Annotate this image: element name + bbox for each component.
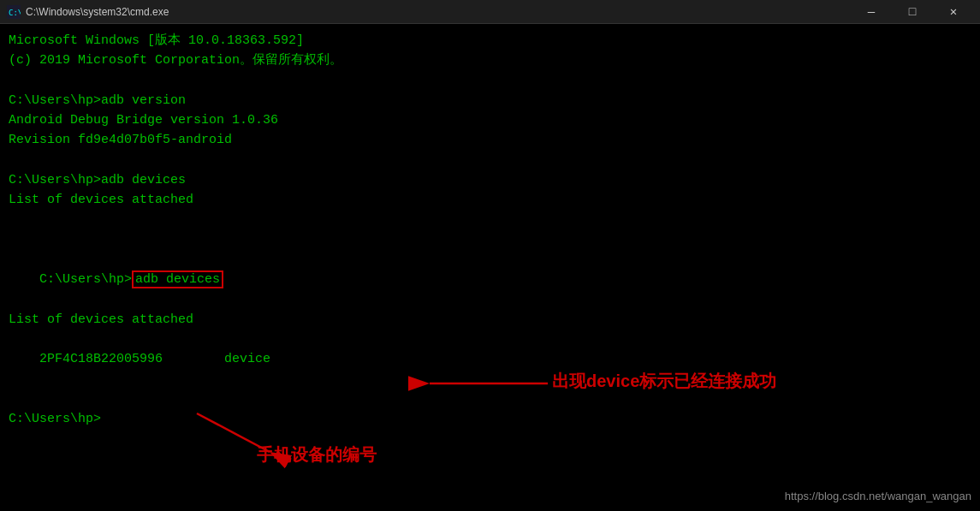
- line-3: [9, 71, 971, 91]
- line-6: Revision fd9e4d07b0f5-android: [9, 130, 971, 150]
- list-devices-line: List of devices attached: [9, 310, 971, 330]
- device-id: 2PF4C18B22005996: [39, 352, 163, 366]
- highlighted-command: adb devices: [132, 270, 223, 288]
- line-10: [9, 210, 971, 229]
- prompt-text: C:\Users\hp>: [39, 272, 132, 287]
- line-11: [9, 230, 971, 250]
- terminal-area: Microsoft Windows [版本 10.0.18363.592] (c…: [0, 24, 980, 511]
- line-blank2: [9, 389, 971, 409]
- line-9: List of devices attached: [9, 190, 971, 210]
- title-bar: C:\ C:\Windows\system32\cmd.exe — □ ✕: [0, 0, 980, 24]
- maximize-button[interactable]: □: [893, 0, 932, 24]
- close-button[interactable]: ✕: [934, 0, 973, 24]
- line-2: (c) 2019 Microsoft Corporation。保留所有权利。: [9, 51, 971, 70]
- last-prompt-line: C:\Users\hp>: [9, 409, 971, 429]
- cmd-icon: C:\: [7, 5, 21, 19]
- line-5: Android Debug Bridge version 1.0.36: [9, 110, 971, 130]
- line-7: [9, 151, 971, 170]
- minimize-button[interactable]: —: [852, 0, 891, 24]
- device-id-line: 2PF4C18B22005996 device: [9, 330, 971, 389]
- highlighted-line: C:\Users\hp>adb devices: [9, 250, 971, 310]
- device-status: device: [163, 352, 270, 366]
- svg-text:C:\: C:\: [9, 9, 21, 17]
- line-1: Microsoft Windows [版本 10.0.18363.592]: [9, 31, 971, 51]
- phone-number-label: 手机设备的编号: [257, 443, 377, 466]
- line-4: C:\Users\hp>adb version: [9, 91, 971, 110]
- window-title: C:\Windows\system32\cmd.exe: [26, 6, 169, 18]
- window-controls[interactable]: — □ ✕: [852, 0, 973, 24]
- line-8: C:\Users\hp>adb devices: [9, 170, 971, 190]
- watermark: https://blog.csdn.net/wangan_wangan: [785, 490, 971, 502]
